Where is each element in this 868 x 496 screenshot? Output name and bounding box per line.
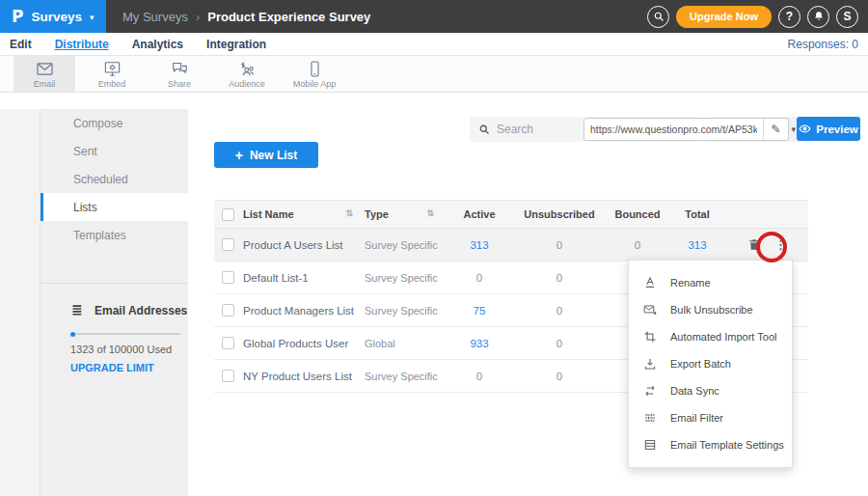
active-count[interactable]: 0 xyxy=(446,272,513,284)
menu-item-email-template-settings[interactable]: Email Template Settings xyxy=(629,431,792,458)
sidebar-item-sent[interactable]: Sent xyxy=(41,137,188,165)
list-name-link[interactable]: Product A Users List xyxy=(243,239,365,251)
dollar-people-icon xyxy=(238,60,257,78)
row-more-actions-button[interactable]: ⋮ xyxy=(774,238,787,251)
row-checkbox[interactable] xyxy=(222,337,234,349)
list-lines-icon xyxy=(70,303,85,317)
total-count[interactable]: 313 xyxy=(669,239,725,251)
list-type: Global xyxy=(365,338,446,349)
sidebar-item-compose[interactable]: Compose xyxy=(41,109,188,137)
download-icon xyxy=(643,357,657,371)
email-usage-text: 1323 of 100000 Used xyxy=(70,344,188,355)
nav-tab-edit[interactable]: Edit xyxy=(10,38,32,51)
survey-url-input[interactable] xyxy=(584,124,763,135)
unsubscribed-count: 0 xyxy=(513,371,606,382)
sync-arrows-icon xyxy=(643,384,657,398)
left-gutter xyxy=(0,109,40,496)
upgrade-now-button[interactable]: Upgrade Now xyxy=(676,6,772,28)
row-checkbox[interactable] xyxy=(222,271,234,284)
column-header-bounced: Bounced xyxy=(606,208,669,220)
sidebar-item-scheduled[interactable]: Scheduled xyxy=(41,165,188,193)
notifications-button[interactable] xyxy=(807,6,829,28)
list-type: Survey Specific xyxy=(365,371,446,382)
row-checkbox[interactable] xyxy=(222,304,234,317)
column-header-total: Total xyxy=(669,208,725,220)
plus-icon: + xyxy=(235,148,243,163)
email-addresses-panel: Email Addresses 1323 of 100000 Used UPGR… xyxy=(41,284,188,373)
active-count[interactable]: 933 xyxy=(446,338,513,349)
nav-tab-analytics[interactable]: Analytics xyxy=(132,38,183,51)
select-all-checkbox[interactable] xyxy=(222,208,234,221)
questionpro-logo-icon: P xyxy=(12,7,23,26)
top-bar: P Surveys ▾ My Surveys › Product Experie… xyxy=(0,0,868,33)
active-count[interactable]: 0 xyxy=(446,371,513,382)
breadcrumb-my-surveys[interactable]: My Surveys xyxy=(122,10,188,24)
preview-button[interactable]: Preview xyxy=(797,117,860,141)
menu-item-automated-import-tool[interactable]: Automated Import Tool xyxy=(629,323,792,350)
channel-tab-audience[interactable]: Audience xyxy=(216,56,278,92)
nav-tab-distribute[interactable]: Distribute xyxy=(55,38,109,51)
breadcrumb: My Surveys › Product Experience Survey xyxy=(122,10,370,24)
sort-icon[interactable]: ⇅ xyxy=(345,208,353,218)
delete-list-button[interactable] xyxy=(747,237,761,252)
active-count[interactable]: 313 xyxy=(446,239,513,251)
list-actions-context-menu: Rename Bulk Unsubscribe Automated Import… xyxy=(628,260,793,468)
smartphone-icon xyxy=(306,60,324,78)
channel-tab-share[interactable]: Share xyxy=(149,56,210,92)
list-name-link[interactable]: Default List-1 xyxy=(243,272,365,284)
surveys-product-menu[interactable]: P Surveys ▾ xyxy=(0,0,106,33)
search-icon xyxy=(478,124,490,135)
distribute-toolbar: Email Embed Share Audience Mobile App ✎ … xyxy=(0,56,868,93)
help-button[interactable]: ? xyxy=(778,6,800,28)
table-row: Product A Users List Survey Specific 313… xyxy=(214,229,808,262)
channel-tab-embed[interactable]: Embed xyxy=(81,56,143,92)
list-name-link[interactable]: Global Products User xyxy=(243,338,365,349)
preview-label: Preview xyxy=(816,124,857,135)
document-lines-icon xyxy=(643,438,657,452)
sidebar-item-lists[interactable]: Lists xyxy=(41,193,188,221)
envelope-remove-icon xyxy=(643,303,657,317)
pencil-icon: ✎ xyxy=(771,123,780,136)
bounced-count: 0 xyxy=(606,239,669,251)
channel-tab-mobile-app[interactable]: Mobile App xyxy=(284,56,345,92)
table-header-row: List Name⇅ Type⇅ Active Unsubscribed Bou… xyxy=(214,200,808,229)
menu-item-data-sync[interactable]: Data Sync xyxy=(629,377,792,404)
trash-icon xyxy=(747,237,761,252)
new-list-label: New List xyxy=(250,149,297,162)
menu-item-export-batch[interactable]: Export Batch xyxy=(629,350,792,377)
list-type: Survey Specific xyxy=(365,272,446,284)
column-header-active: Active xyxy=(446,208,513,220)
envelope-icon xyxy=(36,60,54,78)
crop-icon xyxy=(643,330,657,344)
row-checkbox[interactable] xyxy=(222,370,234,382)
sidebar-item-templates[interactable]: Templates xyxy=(41,221,188,249)
row-checkbox[interactable] xyxy=(222,238,234,251)
edit-url-button[interactable]: ✎ xyxy=(763,119,788,140)
column-header-list-name: List Name⇅ xyxy=(243,208,365,220)
sort-icon[interactable]: ⇅ xyxy=(426,208,434,218)
nav-tab-integration[interactable]: Integration xyxy=(206,38,266,51)
survey-url-field: ✎ xyxy=(583,118,789,141)
menu-item-rename[interactable]: Rename xyxy=(629,269,792,296)
eye-icon xyxy=(799,123,811,135)
channel-tab-email[interactable]: Email xyxy=(14,56,75,92)
product-menu-label: Surveys xyxy=(31,10,82,24)
survey-nav: Edit Distribute Analytics Integration Re… xyxy=(0,33,868,56)
new-list-button[interactable]: + New List xyxy=(214,142,318,168)
active-count[interactable]: 75 xyxy=(446,305,513,317)
channel-tab-label: Mobile App xyxy=(293,79,337,89)
user-avatar[interactable]: S xyxy=(836,6,858,28)
unsubscribed-count: 0 xyxy=(513,305,606,317)
responses-count[interactable]: Responses: 0 xyxy=(788,38,858,51)
global-search-button[interactable] xyxy=(647,6,669,28)
channel-tab-label: Embed xyxy=(98,79,126,89)
upgrade-limit-link[interactable]: UPGRADE LIMIT xyxy=(70,362,188,373)
email-addresses-title: Email Addresses xyxy=(95,304,187,317)
email-usage-progressbar xyxy=(70,333,180,335)
breadcrumb-separator-icon: › xyxy=(196,10,200,24)
menu-item-email-filter[interactable]: Email Filter xyxy=(629,404,792,431)
breadcrumb-survey-title: Product Experience Survey xyxy=(207,10,370,24)
list-name-link[interactable]: Product Managers List xyxy=(243,305,365,317)
list-name-link[interactable]: NY Product Users List xyxy=(243,371,365,382)
menu-item-bulk-unsubscribe[interactable]: Bulk Unsubscribe xyxy=(629,296,792,323)
